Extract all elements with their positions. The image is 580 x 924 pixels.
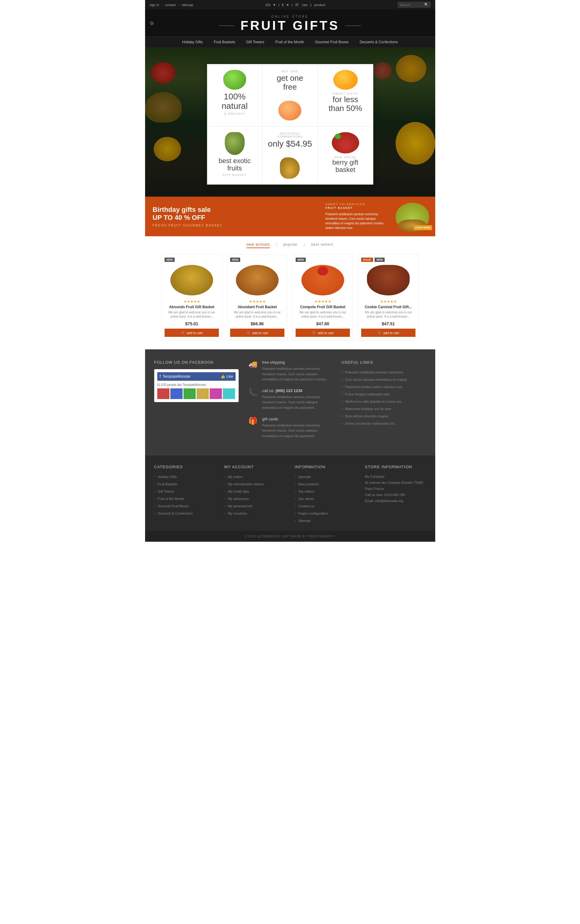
fb-widget-header: f TemplateMonster 👍 Like	[157, 372, 236, 381]
acc-2: My merchandise returns	[224, 481, 285, 486]
add-to-cart-btn-1[interactable]: 🛒 add to cart	[165, 329, 219, 337]
fb-photo-6	[223, 389, 235, 399]
sale-line1: Birthday gifts sale	[153, 206, 312, 214]
promo-buy-one: BUY ONE get onefree	[262, 64, 318, 126]
tab-best-sellers[interactable]: best sellers	[311, 242, 333, 248]
contact-link[interactable]: contact	[165, 3, 176, 7]
fb-photo-1	[157, 389, 170, 399]
basket-icon-1	[170, 265, 213, 295]
product-price-2: $66.96	[230, 321, 284, 326]
basket-icon-4	[367, 265, 410, 295]
call-us-text: Praesent vestibulum aenean nonummy hendr…	[262, 394, 332, 411]
basket-icon-3	[302, 265, 344, 295]
badge-new-2: NEW	[230, 258, 240, 262]
info-7: Sitemap	[295, 518, 356, 523]
useful-links-title: useful links	[341, 360, 426, 365]
nav-desserts[interactable]: Desserts & Confections	[354, 37, 403, 47]
useful-link-1: Praesent vestibulum aenean nonummy	[341, 369, 426, 375]
footer-facebook-title: follow us on facebook	[154, 360, 239, 365]
cart-item-count: 1	[310, 3, 312, 7]
facebook-icon: f	[160, 374, 161, 379]
footer-top: follow us on facebook f TemplateMonster …	[145, 349, 435, 455]
useful-links-list: Praesent vestibulum aenean nonummy Cum s…	[341, 369, 426, 426]
add-to-cart-btn-4[interactable]: 🛒 add to cart	[361, 329, 415, 337]
store-phone: Call us now: 0123-456-789	[365, 492, 426, 498]
footer-useful-links-col: useful links Praesent vestibulum aenean …	[341, 360, 426, 445]
fb-widget-name: TemplateMonster	[162, 374, 191, 379]
acc-4: My addresses	[224, 496, 285, 501]
top-bar: sign in / contact / sitemap EN ▼ | $ ▼ |…	[145, 0, 435, 10]
fb-photo-5	[210, 389, 222, 399]
store-company: My Company	[365, 474, 426, 480]
header-line-left	[219, 26, 234, 26]
product-stars-4: ★★★★★	[361, 299, 415, 304]
search-box[interactable]: 🔍	[398, 2, 431, 8]
product-desc-2: We are glad to welcome you in our online…	[230, 310, 284, 319]
nav-holiday-gifts[interactable]: Holiday Gifts	[177, 37, 208, 47]
avocado-icon	[225, 132, 244, 155]
add-to-cart-btn-3[interactable]: 🛒 add to cart	[296, 329, 350, 337]
product-name-1: Abounds Fruit Gift Basket	[165, 305, 219, 309]
promo-natural: 100%natural & ORGANIC	[207, 64, 262, 126]
info-1: Specials	[295, 474, 356, 479]
useful-link-5: Morbi nunc odio gravida at cursus nec	[341, 399, 426, 404]
search-icon[interactable]: 🔍	[424, 3, 428, 7]
fb-photo-2	[170, 389, 183, 399]
promo-price: DELIGHTFULCOMBINATIONS only $54.95	[262, 126, 318, 184]
useful-link-2: Cum sociis natoque enimatibus et magnis	[341, 377, 426, 382]
footer-bottom: categories Holiday Gifts Fruit Baskets G…	[145, 455, 435, 531]
tab-new-arrivals[interactable]: new arrivals	[247, 242, 270, 248]
language-selector[interactable]: EN	[265, 3, 270, 7]
cart-icon-btn-1: 🛒	[181, 331, 185, 335]
search-input[interactable]	[400, 3, 424, 7]
useful-link-6: Maecenas tristique orci ac sem	[341, 406, 426, 411]
nav-fruit-month[interactable]: Fruit of the Month	[270, 37, 309, 47]
settings-icon[interactable]: ⚙	[150, 20, 154, 26]
badge-new-3: NEW	[296, 258, 306, 262]
store-info-title: store information	[365, 464, 426, 469]
add-to-cart-btn-2[interactable]: 🛒 add to cart	[230, 329, 284, 337]
call-us-title: call us: (800) 123 1234	[262, 389, 332, 393]
signin-link[interactable]: sign in	[150, 3, 160, 7]
facebook-widget[interactable]: f TemplateMonster 👍 Like 61,633 people l…	[154, 369, 239, 402]
click-here-btn[interactable]: CLICK HERE	[414, 225, 432, 230]
product-card-3: NEW ★★★★★ Compote Fruit Gift Basket We a…	[292, 254, 353, 340]
main-nav: Holiday Gifts Fruit Baskets Gift Towers …	[145, 36, 435, 47]
footer-categories-col: categories Holiday Gifts Fruit Baskets G…	[154, 464, 216, 525]
phone-icon: 📞	[248, 389, 259, 399]
tab-popular[interactable]: popular	[283, 242, 298, 248]
promo-exotic: best exoticfruits GIFT BASKET	[207, 126, 262, 184]
nav-fruit-baskets[interactable]: Fruit Baskets	[208, 37, 241, 47]
footer-services-col: 🚚 free shipping Praesent vestibulum aene…	[248, 360, 332, 445]
basket-icon-2	[236, 265, 278, 295]
nav-gourmet[interactable]: Gourmet Fruit Boxes	[309, 37, 354, 47]
product-price-1: $75.01	[165, 321, 219, 326]
copyright-text: © 2014 ECOMMERCE SOFTWARE BY PRESTASHOP™	[245, 535, 335, 538]
badge-sale-4: SALE!	[361, 258, 373, 262]
header-line-right	[346, 26, 361, 26]
info-3: Top sellers	[295, 488, 356, 494]
footer-information-col: information Specials New products Top se…	[295, 464, 356, 525]
promo-berry: NEW FRESH berry giftbasket	[318, 126, 373, 184]
store-info-details: My Company 42 avenue des Champs Elysées …	[365, 474, 426, 504]
cat-2: Fruit Baskets	[154, 481, 216, 486]
sitemap-link[interactable]: sitemap	[182, 3, 194, 7]
orange-icon	[333, 70, 358, 90]
info-6: Pages configuration	[295, 510, 356, 516]
sale-text-left: Birthday gifts sale UP TO 40 % OFF FRESH…	[145, 200, 320, 233]
currency-selector[interactable]: $	[282, 3, 283, 7]
hero-section: 100%natural & ORGANIC BUY ONE get onefre…	[145, 47, 435, 236]
cat-1: Holiday Gifts	[154, 474, 216, 479]
cart-icon[interactable]: 🛒	[295, 3, 299, 7]
useful-link-8: Donec accumsan malesuada orci	[341, 420, 426, 426]
product-stars-3: ★★★★★	[296, 299, 350, 304]
product-desc-1: We are glad to welcome you in our online…	[165, 310, 219, 319]
account-title: my account	[224, 464, 285, 469]
sale-line2: UP TO 40 % OFF	[153, 214, 312, 222]
gift-cards-title: gift cards	[262, 417, 332, 421]
acc-3: My credit slips	[224, 488, 285, 494]
product-stars-1: ★★★★★	[165, 299, 219, 304]
nav-gift-towers[interactable]: Gift Towers	[241, 37, 270, 47]
sale-line3: FRESH FRUIT GOURMET BASKET	[153, 224, 312, 227]
store-address: 42 avenue des Champs Elysées 75000 Paris…	[365, 480, 426, 492]
